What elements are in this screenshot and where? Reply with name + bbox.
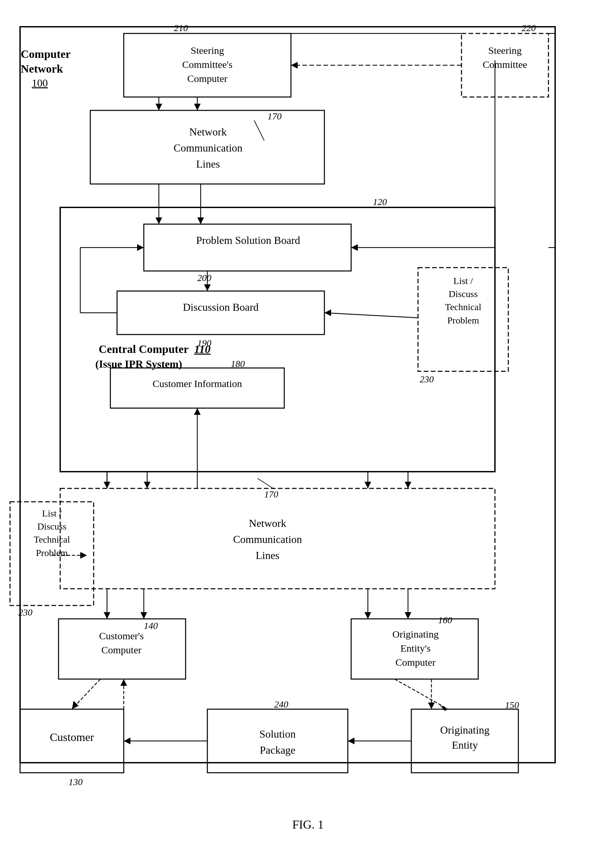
svg-rect-2 <box>90 110 324 184</box>
svg-marker-30 <box>351 244 358 251</box>
svg-marker-17 <box>291 62 298 69</box>
svg-marker-61 <box>120 679 127 686</box>
svg-marker-57 <box>80 552 87 559</box>
svg-marker-69 <box>124 738 131 744</box>
svg-marker-59 <box>72 701 79 709</box>
svg-marker-23 <box>155 217 162 224</box>
svg-marker-55 <box>405 612 411 619</box>
svg-rect-6 <box>110 368 284 408</box>
svg-marker-46 <box>104 612 110 619</box>
fig-label: FIG. 1 <box>251 817 365 832</box>
svg-line-31 <box>324 313 418 318</box>
svg-marker-65 <box>428 703 435 709</box>
svg-line-75 <box>254 120 264 141</box>
svg-rect-7 <box>462 34 549 97</box>
svg-marker-27 <box>204 285 211 291</box>
svg-marker-36 <box>137 244 144 251</box>
svg-marker-25 <box>197 217 204 224</box>
svg-marker-67 <box>348 738 355 744</box>
svg-marker-44 <box>405 482 411 489</box>
svg-rect-3 <box>60 207 495 472</box>
svg-rect-5 <box>117 291 324 334</box>
svg-line-74 <box>258 478 274 489</box>
svg-marker-19 <box>155 104 162 110</box>
svg-line-62 <box>395 679 448 709</box>
diagram-container: Computer Network 100 210 SteeringCommitt… <box>0 0 616 845</box>
svg-marker-63 <box>440 705 448 711</box>
svg-marker-21 <box>194 104 201 110</box>
svg-marker-32 <box>324 310 331 316</box>
svg-rect-1 <box>124 34 291 97</box>
svg-marker-40 <box>144 482 151 489</box>
svg-rect-0 <box>20 27 555 763</box>
svg-marker-48 <box>141 612 147 619</box>
svg-rect-4 <box>144 224 351 271</box>
svg-marker-42 <box>365 482 371 489</box>
svg-rect-12 <box>351 619 478 679</box>
svg-marker-53 <box>365 612 371 619</box>
svg-rect-11 <box>59 619 186 679</box>
svg-marker-51 <box>194 408 201 415</box>
svg-rect-9 <box>60 489 495 589</box>
